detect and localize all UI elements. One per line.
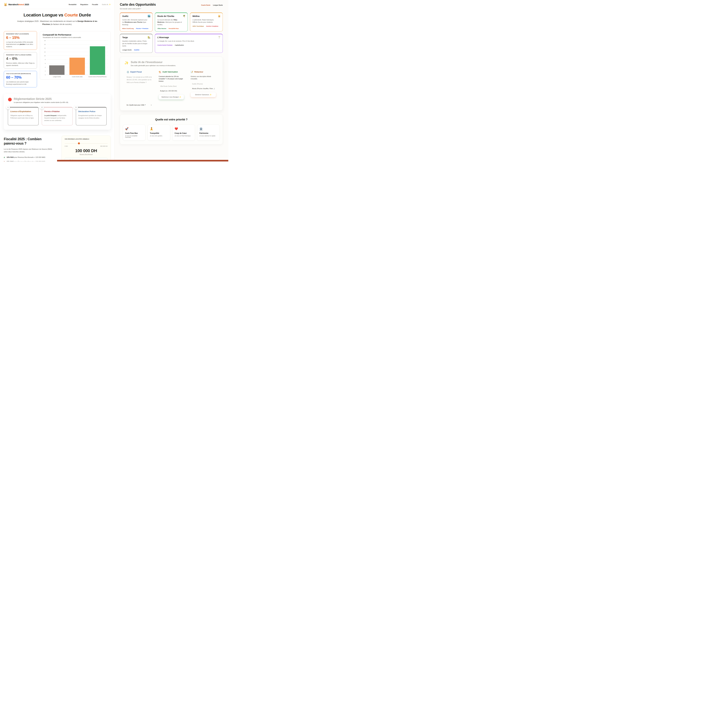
tag: Gestion Complexe [206, 25, 218, 27]
step-title: Déclaration Police [78, 110, 104, 113]
generate-listing-button[interactable]: Générer l'annonce ✨ [191, 92, 216, 97]
tag: Villas Neuves [158, 28, 166, 29]
slider-track [65, 143, 108, 144]
district-card-hivernage[interactable]: L'Hivernage 🍸 Le triangle d'or. Luxe et … [155, 34, 223, 53]
opportunities-header: Carte des Opportunités Où investir selon… [120, 3, 223, 10]
stat-label: TAUX D'OCCUPATION (MARRAKECH) [6, 73, 35, 74]
brand-name: MarrakechInvest 2025 [8, 3, 29, 6]
heart-icon: ❤️ [174, 127, 193, 130]
lotus-icon: 🧘 [150, 127, 168, 130]
chart-y-tick: 14 [43, 47, 46, 49]
revenue-caption: Revenu Brut Annuel [65, 154, 108, 155]
slider-range-labels: 0 DH 300 000 DH [65, 145, 108, 147]
budget-input[interactable]: Budget (ex: 200 000 DH) [159, 90, 184, 92]
revenue-amount: 100 000 DH [65, 148, 108, 153]
tool-title: Audit Valorisation [162, 71, 178, 73]
toggle-longue-duree[interactable]: Longue Durée [213, 5, 223, 6]
toggle-courte-duree[interactable]: Courte Durée [201, 5, 210, 6]
chart-y-tick: 8 [43, 59, 46, 60]
chart-y-tick: 4 [43, 67, 46, 68]
crane-icon: 🏗️ [159, 71, 161, 73]
optimize-budget-button[interactable]: Optimiser mon Budget ✨ [159, 95, 184, 99]
chart-x-label: Longue Durée [53, 76, 61, 78]
regulation-panel: 🛑 Réglementation Stricte 2025 Le parcour… [4, 94, 111, 130]
performance-chart-panel: Comparatif de Performance Visualisation … [40, 31, 111, 80]
step-licence-exploitation: 1 Licence d'Exploitation Obligatoire aup… [8, 107, 38, 125]
district-card-gueliz[interactable]: Guéliz 🏙️ Centre-ville. Demande explosiv… [120, 12, 153, 31]
cocktail-icon: 🍸 [218, 36, 220, 38]
priority-title: Quelle est votre priorité ? [123, 118, 220, 121]
sparkles-icon: ✨ [109, 3, 111, 5]
mosque-icon: 🕌 [218, 15, 220, 17]
page-title: Location Longue vs Courte Durée [4, 12, 111, 17]
stat-desc: Revenus stables, idéal pour villas Targa… [6, 62, 35, 67]
chart-plot-area: 024681012141618 [46, 41, 108, 75]
bar-chart: 024681012141618 Longue DuréeCourte Durée… [43, 41, 108, 78]
district-card-medina[interactable]: Médina 🕌 L'authenticité. Riads historiqu… [190, 12, 223, 31]
bank-icon: 🏛️ [199, 127, 217, 130]
mosque-icon: 🕌 [4, 3, 7, 6]
nav-rentabilite[interactable]: Rentabilité [69, 4, 76, 5]
chat-message: Bonjour ! Je connais la Loi 2025 et le d… [127, 76, 152, 84]
nav-regulation[interactable]: Régulation [80, 4, 88, 5]
chart-gridline [46, 40, 108, 41]
right-column: Carte des Opportunités Où investir selon… [115, 0, 228, 161]
chat-input[interactable]: Ex: Quelle taxe pour 150k ? ➤ [127, 102, 152, 106]
priority-card-tranquillite[interactable]: 🧘 Tranquillité Je veux zéro gestion. [148, 125, 170, 141]
tag: Mixte Court/Long [122, 28, 134, 29]
priority-card-coup-de-coeur[interactable]: ❤️ Coup de Cœur Je veux un Riad historiq… [172, 125, 195, 141]
regulation-header: 🛑 Réglementation Stricte 2025 Le parcour… [8, 97, 107, 103]
priority-card-patrimoine[interactable]: 🏛️ Patrimoine Je veux valoriser le capit… [197, 125, 220, 141]
chart-bar [69, 58, 85, 75]
send-icon[interactable]: ➤ [151, 104, 152, 106]
ai-suite-subtitle: Des outils génératifs pour optimiser vos… [131, 65, 176, 66]
memo-icon: 📝 [191, 71, 193, 73]
stat-value: 4 – 6% [6, 57, 35, 61]
sparkles-icon: ✨ [124, 61, 129, 65]
cityscape-icon: 🏙️ [148, 15, 150, 17]
step-number-badge: 2 [40, 106, 44, 109]
fiscal-list: A 10% RAS pour Revenus Brut Annuels < 12… [4, 156, 58, 162]
chart-y-tick: 10 [43, 55, 46, 57]
scales-icon: ⚖️ [127, 71, 129, 73]
tool-description: Générez une description Airbnb irrésisti… [191, 75, 216, 80]
brand-logo[interactable]: 🕌 MarrakechInvest 2025 [4, 3, 29, 6]
property-select[interactable]: Villa Route Ourika (Nue) [159, 85, 184, 87]
chat-input-placeholder: Ex: Quelle taxe pour 150k ? [127, 104, 145, 106]
step-body: Obligatoire auprès de la Wilaya ou Préfe… [10, 114, 36, 119]
item-badge: A [4, 156, 5, 159]
chart-x-label: Courte Durée (Premium/Piscine) [89, 76, 106, 78]
ai-suite-title: Suite IA de l'Investisseur [131, 61, 176, 64]
chart-subtitle: Visualisation de l'écart de rentabilité … [43, 37, 108, 38]
slider-handle[interactable] [78, 142, 80, 144]
opportunities-subtitle: Où investir selon votre profil ? [120, 8, 156, 10]
priority-panel: Quelle est votre priorité ? 🚀 Cash-Flow … [120, 114, 223, 144]
regulation-title: Réglementation Stricte 2025 [14, 97, 69, 101]
duration-toggles: Courte Durée Longue Durée [201, 5, 223, 6]
stop-sign-icon: 🛑 [8, 98, 12, 101]
stat-value: 60 – 70% [6, 75, 35, 80]
ai-suite-panel: ✨ Suite IA de l'Investisseur Des outils … [120, 57, 223, 110]
district-card-ourika[interactable]: Route de l'Ourika 🌴 Le nouvel eldorado d… [155, 12, 188, 31]
tag: Courte Durée Premium [158, 44, 172, 46]
revenue-slider[interactable] [65, 142, 108, 144]
step-body: Enregistrement quotidien de chaque voyag… [78, 114, 104, 119]
district-card-targa[interactable]: Targa 🏡 Quartiers résidentiels calmes. P… [120, 34, 153, 53]
tool-title: Expert Fiscal [130, 71, 142, 73]
ai-suite-header: ✨ Suite IA de l'Investisseur Des outils … [124, 61, 218, 66]
priority-card-cashflow[interactable]: 🚀 Cash-Flow Max Je veux la rentabilité m… [123, 125, 145, 141]
district-input[interactable]: Guéliz (Piscine) [191, 83, 216, 85]
nav-fiscalite[interactable]: Fiscalité [92, 4, 98, 5]
nav-outils-ia[interactable]: Outils IA✨ [102, 3, 111, 5]
revenue-calculator-card: VOS REVENUS LOCATIFS ANNUELS 0 DH 300 00… [61, 136, 111, 161]
step-declaration-police: 3 Déclaration Police Enregistrement quot… [76, 107, 107, 125]
top-navbar: 🕌 MarrakechInvest 2025 Rentabilité Régul… [4, 0, 111, 9]
features-input[interactable]: Atouts (Piscine chauffée, Fibre...) [191, 88, 216, 89]
chart-y-tick: 12 [43, 51, 46, 53]
stat-card-longue-duree: RENDEMENT BRUT (LONGUE DURÉE) 4 – 6% Rev… [4, 52, 37, 69]
slider-max-label: 300 000 DH [100, 145, 108, 147]
fiscal-title: Fiscalité 2025 : Combien paierez-vous ? [4, 137, 52, 146]
fiscal-item-b: B 15% RAS pour Revenus Brut Annuels ≥ 12… [4, 161, 52, 161]
step-permis-habiter: 2 Permis d'Habiter Le point bloquant. In… [42, 107, 72, 125]
step-title: Licence d'Exploitation [10, 110, 36, 113]
